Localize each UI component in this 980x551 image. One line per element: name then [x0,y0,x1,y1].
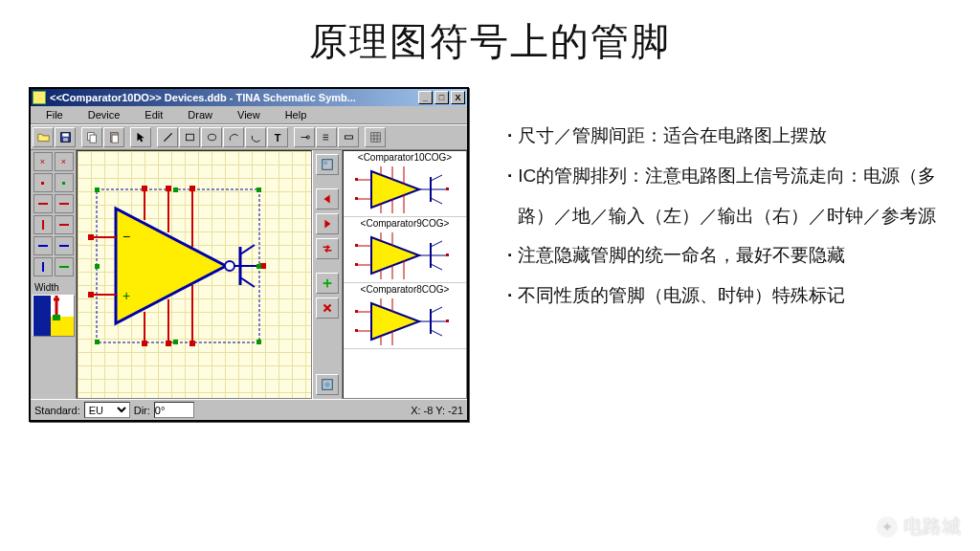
delete-button[interactable] [316,298,339,319]
palette-8[interactable] [55,257,74,276]
symbol-item-0[interactable]: Comparator10COG [344,151,466,217]
svg-text:+: + [122,288,130,303]
svg-text:−: − [122,229,130,244]
props2-button[interactable] [316,374,339,395]
text-tool[interactable]: T [267,127,288,147]
palette-hline3[interactable] [55,215,74,234]
svg-marker-90 [371,303,419,340]
arc2-tool[interactable] [245,127,266,147]
svg-rect-53 [173,340,178,344]
svg-rect-26 [166,186,171,191]
add-button[interactable] [316,273,339,294]
standard-label: Standard: [34,405,80,416]
svg-rect-56 [324,162,328,165]
svg-marker-75 [371,237,419,274]
rect-tool[interactable] [179,127,200,147]
maximize-button[interactable]: □ [434,91,449,104]
svg-marker-22 [116,209,226,323]
svg-rect-24 [142,186,147,191]
bullet-2: IC的管脚排列：注意电路图上信号流走向：电源（多路）／地／输入（左）／输出（右）… [507,156,951,236]
svg-rect-51 [256,264,261,269]
palette-pin-x-left[interactable]: × [33,152,53,171]
paste-button[interactable] [103,127,124,147]
symbol-item-2[interactable]: Comparator8COG [344,283,466,349]
svg-line-45 [240,277,255,287]
svg-rect-1 [62,133,69,136]
svg-rect-4 [90,135,97,143]
svg-rect-74 [446,187,449,190]
palette-pin-dotg[interactable] [55,173,74,192]
svg-rect-49 [256,187,261,192]
svg-line-96 [431,330,442,336]
canvas[interactable]: − + [77,150,312,399]
symbol-name-0: Comparator10COG [344,151,466,164]
ellipse-tool[interactable] [201,127,222,147]
slide-title: 原理图符号上的管脚 [0,0,980,68]
app-window: <<Comparator10DO>> Devices.ddb - TINA Sc… [29,87,469,422]
close-button[interactable]: X [451,91,465,104]
line-tool[interactable] [157,127,178,147]
palette-7[interactable] [33,257,53,276]
svg-rect-50 [95,264,100,269]
svg-rect-30 [142,341,147,346]
bullet-1: 尺寸／管脚间距：适合在电路图上摆放 [507,116,951,156]
arc-tool[interactable] [223,127,244,147]
pin-array-tool[interactable] [316,127,337,147]
svg-point-9 [208,134,215,141]
palette-5[interactable] [33,236,53,255]
svg-rect-52 [95,340,100,344]
svg-rect-32 [166,341,171,346]
move-right-button[interactable] [316,213,339,234]
palette-vline1[interactable] [33,215,53,234]
titlebar: <<Comparator10DO>> Devices.ddb - TINA Sc… [31,89,467,106]
svg-point-42 [225,261,234,271]
menu-draw[interactable]: Draw [176,108,224,121]
pin-tool[interactable] [294,127,315,147]
toolbar: T [31,124,467,150]
svg-rect-20 [53,315,60,320]
palette-6[interactable] [55,236,74,255]
properties-button[interactable] [316,154,339,175]
palette-hline2[interactable] [55,194,74,213]
left-palette: × × Width [31,150,77,399]
symbol-list[interactable]: Comparator10COG Comparator9COG [343,150,467,399]
menu-view[interactable]: View [226,108,272,121]
menu-file[interactable]: File [34,108,75,121]
palette-hline1[interactable] [33,194,53,213]
minimize-button[interactable]: _ [418,91,433,104]
dir-label: Dir: [134,405,150,416]
palette-pin-dot[interactable] [33,173,53,192]
copy-button[interactable] [81,127,102,147]
move-left-button[interactable] [316,188,339,209]
statusbar: Standard: EU Dir: X: -8 Y: -21 [31,399,467,420]
svg-rect-72 [355,178,358,181]
open-button[interactable] [33,127,54,147]
pointer-tool[interactable] [130,127,151,147]
svg-rect-36 [88,234,94,240]
editing-symbol[interactable]: − + [82,170,293,362]
svg-line-81 [431,264,442,270]
menu-device[interactable]: Device [77,108,132,121]
svg-rect-6 [112,135,119,143]
svg-rect-17 [33,296,51,337]
symbol-item-1[interactable]: Comparator9COG [344,217,466,283]
svg-rect-87 [355,244,358,247]
symbol-name-2: Comparator8COG [344,283,466,296]
svg-rect-73 [355,197,358,200]
app-icon [33,91,46,104]
save-button[interactable] [55,127,76,147]
bus-tool[interactable] [338,127,359,147]
symbol-name-1: Comparator9COG [344,217,466,230]
menu-edit[interactable]: Edit [133,108,174,121]
swap-button[interactable] [316,238,339,259]
svg-rect-102 [355,329,358,332]
palette-pin-x-right[interactable]: × [55,152,74,171]
dir-input[interactable] [154,402,194,418]
standard-select[interactable]: EU [84,402,130,418]
window-title: <<Comparator10DO>> Devices.ddb - TINA Sc… [50,92,416,103]
wechat-icon: ✦ [877,517,898,538]
svg-rect-2 [63,138,68,141]
grid-tool[interactable] [365,127,386,147]
svg-rect-8 [186,134,193,141]
menu-help[interactable]: Help [274,108,319,121]
